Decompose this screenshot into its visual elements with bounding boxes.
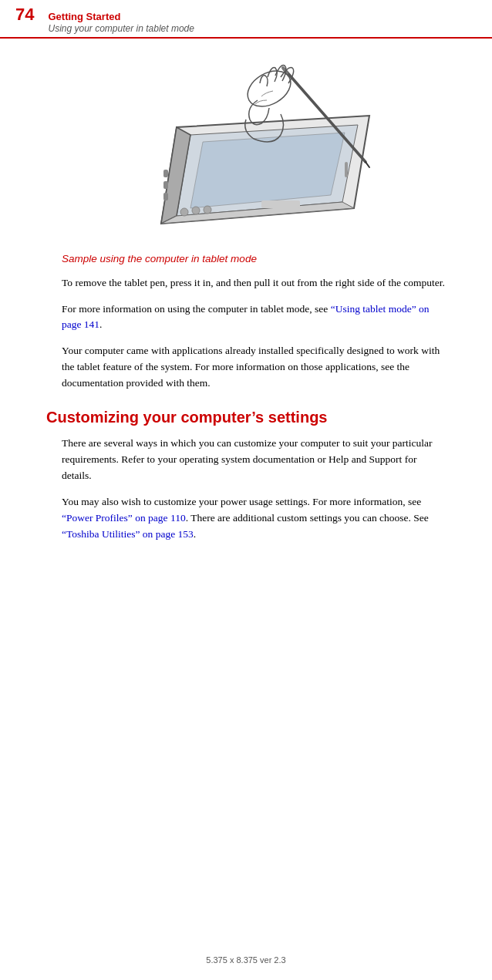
paragraph-customizing-1: There are several ways in which you can …	[62, 436, 446, 484]
header-chapter: Getting Started	[48, 11, 194, 23]
svg-line-9	[366, 162, 369, 167]
footer-text: 5.375 x 8.375 ver 2.3	[206, 955, 285, 965]
paragraph-tablet-pen: To remove the tablet pen, press it in, a…	[62, 275, 446, 291]
svg-point-3	[180, 208, 188, 216]
svg-rect-2	[163, 193, 168, 200]
svg-point-5	[204, 206, 211, 214]
svg-point-11	[241, 63, 297, 113]
paragraph-applications: Your computer came with applications alr…	[62, 343, 446, 392]
header-section: Using your computer in tablet mode	[48, 23, 194, 34]
svg-point-4	[192, 207, 200, 214]
svg-rect-0	[163, 170, 168, 177]
svg-rect-1	[163, 181, 168, 189]
page-footer: 5.375 x 8.375 ver 2.3	[0, 955, 492, 965]
svg-rect-7	[261, 200, 300, 208]
page-header: 74 Getting Started Using your computer i…	[0, 0, 492, 39]
link-toshiba-utilities[interactable]: “Toshiba Utilities” on page 153	[62, 528, 194, 540]
page-number: 74	[15, 5, 34, 25]
link-power-profiles[interactable]: “Power Profiles” on page 110	[62, 512, 186, 524]
tablet-illustration	[123, 62, 385, 239]
page-container: 74 Getting Started Using your computer i…	[0, 0, 492, 980]
svg-rect-6	[345, 162, 348, 177]
section-heading-customizing: Customizing your computer’s settings	[46, 409, 446, 426]
image-caption: Sample using the computer in tablet mode	[62, 253, 446, 264]
header-text-group: Getting Started Using your computer in t…	[48, 11, 194, 34]
paragraph-customizing-2: You may also wish to customize your powe…	[62, 494, 446, 543]
tablet-image-container	[62, 62, 446, 239]
paragraph-more-info: For more information on using the comput…	[62, 301, 446, 334]
content-area: Sample using the computer in tablet mode…	[0, 39, 492, 568]
